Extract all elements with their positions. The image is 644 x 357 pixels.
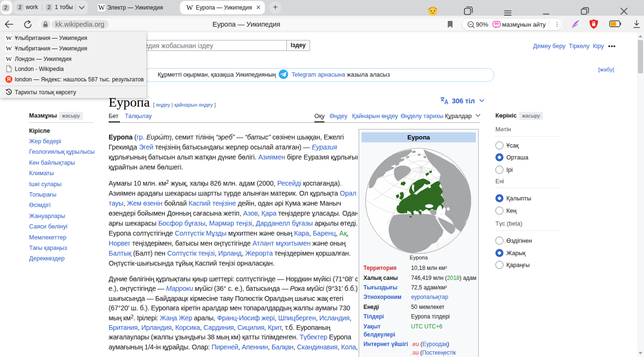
svg-text:Я: Я [7,76,11,82]
